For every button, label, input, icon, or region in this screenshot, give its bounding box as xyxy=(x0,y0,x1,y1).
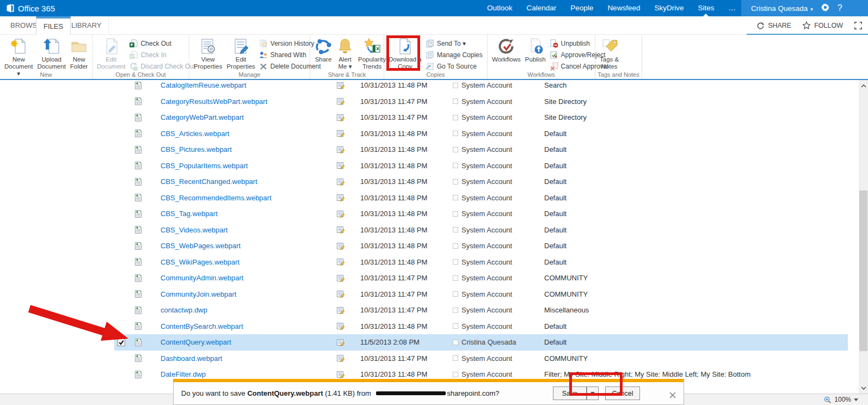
vertical-scrollbar[interactable] xyxy=(859,80,868,394)
file-name-link[interactable]: CategoryResultsWebPart.webpart xyxy=(161,97,267,106)
file-row[interactable]: CBS_WikiPages.webpart 10/31/2013 11:48 P… xyxy=(114,254,848,271)
modified-date: 10/31/2013 11:48 PM xyxy=(360,130,427,138)
file-row[interactable]: CBS_RecentChanged.webpart 10/31/2013 11:… xyxy=(114,174,848,190)
tags-notes-button[interactable]: Tags & Notes xyxy=(598,36,621,70)
ribbon: New Document ▾Upload DocumentNew FolderN… xyxy=(0,35,868,79)
file-name-link[interactable]: CommunityJoin.webpart xyxy=(161,290,236,298)
file-name-link[interactable]: ContentBySearch.webpart xyxy=(161,322,243,330)
modified-by: System Account xyxy=(453,210,512,218)
file-name-link[interactable]: CBS_Tag.webpart xyxy=(161,210,218,218)
suite-nav-newsfeed[interactable]: Newsfeed xyxy=(607,0,640,16)
dropdown-caret-icon: ▾ xyxy=(810,7,813,12)
modified-by: System Account xyxy=(453,322,512,330)
file-name-link[interactable]: CBS_RecommendedItems.webpart xyxy=(161,194,272,202)
file-row[interactable]: CategoryResultsWebPart.webpart 10/31/201… xyxy=(114,94,848,110)
follow-star-icon xyxy=(802,21,811,30)
button-label: New Folder xyxy=(70,56,88,70)
page-actions: SHARE FOLLOW xyxy=(756,16,863,35)
suite-nav-overflow[interactable]: … xyxy=(728,0,736,16)
suite-nav-sites[interactable]: Sites xyxy=(698,0,714,16)
manage-copies-button[interactable]: Manage Copies xyxy=(424,50,484,60)
file-name-link[interactable]: CBS_Pictures.webpart xyxy=(161,145,232,154)
checkbox-unchecked-icon xyxy=(453,147,458,152)
popularity-trends-button[interactable]: Popularity Trends xyxy=(356,36,388,70)
file-row[interactable]: ContentBySearch.webpart 10/31/2013 11:48… xyxy=(114,318,848,335)
file-name-link[interactable]: CatalogItemReuse.webpart xyxy=(161,81,247,89)
scrollbar-thumb[interactable] xyxy=(859,191,867,351)
ribbon-group-workflows: WorkflowsPublishUnpublishApprove/RejectC… xyxy=(488,35,595,79)
file-row[interactable]: CBS_Videos.webpart 10/31/2013 11:48 PM S… xyxy=(114,222,848,238)
file-row[interactable]: CBS_Tag.webpart 10/31/2013 11:48 PM Syst… xyxy=(114,206,848,222)
file-row[interactable]: ContentQuery.webpart 11/5/2013 2:08 PM C… xyxy=(114,334,848,351)
file-row[interactable]: contactwp.dwp 10/31/2013 11:47 PM System… xyxy=(114,302,848,318)
workflows-button[interactable]: Workflows xyxy=(490,36,523,63)
file-name-link[interactable]: contactwp.dwp xyxy=(161,306,207,314)
suite-nav-people[interactable]: People xyxy=(570,0,593,16)
save-options-caret[interactable] xyxy=(587,386,599,400)
send-to-button[interactable]: Send To ▾ xyxy=(424,39,484,48)
zoom-control[interactable]: 100% xyxy=(823,394,858,405)
modified-by: System Account xyxy=(453,226,512,234)
check-out-button[interactable]: Check Out xyxy=(127,39,197,48)
file-row[interactable]: CatalogItemReuse.webpart 10/31/2013 11:4… xyxy=(114,80,848,94)
file-row[interactable]: CategoryWebPart.webpart 10/31/2013 11:47… xyxy=(114,109,848,126)
modified-date: 10/31/2013 11:47 PM xyxy=(360,290,427,298)
file-row[interactable]: Dashboard.webpart 10/31/2013 11:47 PM Sy… xyxy=(114,351,848,367)
close-icon[interactable] xyxy=(669,391,676,397)
tab-library[interactable]: LIBRARY xyxy=(64,16,109,35)
workflows-icon xyxy=(497,38,515,55)
file-name-link[interactable]: CBS_Articles.webpart xyxy=(161,130,229,138)
file-name-link[interactable]: ContentQuery.webpart xyxy=(161,338,231,346)
save-button[interactable]: Save xyxy=(553,386,587,400)
file-name-link[interactable]: CBS_Videos.webpart xyxy=(161,226,227,234)
file-name-link[interactable]: CBS_PopularItems.webpart xyxy=(161,162,248,170)
file-row[interactable]: CBS_Articles.webpart 10/31/2013 11:48 PM… xyxy=(114,126,848,142)
file-name-link[interactable]: DateFilter.dwp xyxy=(161,370,206,378)
file-name-link[interactable]: CategoryWebPart.webpart xyxy=(161,113,244,121)
cancel-button[interactable]: Cancel xyxy=(605,386,640,400)
file-row[interactable]: CBS_WebPages.webpart 10/31/2013 11:48 PM… xyxy=(114,238,848,254)
discard-check-out-button[interactable]: Discard Check Out xyxy=(127,62,197,71)
upload-document-button[interactable]: Upload Document xyxy=(35,36,67,70)
follow-action[interactable]: FOLLOW xyxy=(802,21,843,30)
file-name-link[interactable]: CommunityAdmin.webpart xyxy=(161,274,243,282)
file-name-link[interactable]: CBS_RecentChanged.webpart xyxy=(161,177,257,186)
tab-accent-line xyxy=(747,34,868,35)
modified-by: System Account xyxy=(453,113,512,121)
scroll-down-icon[interactable] xyxy=(859,383,868,392)
file-name-link[interactable]: Dashboard.webpart xyxy=(161,354,222,363)
row-checkbox[interactable] xyxy=(118,339,126,346)
download-a-copy-button[interactable]: Download a Copy xyxy=(386,36,424,70)
share-action[interactable]: SHARE xyxy=(756,22,791,30)
file-row[interactable]: CBS_Pictures.webpart 10/31/2013 11:48 PM… xyxy=(114,142,848,158)
office365-brand[interactable]: Office 365 xyxy=(5,3,55,13)
suite-nav-skydrive[interactable]: SkyDrive xyxy=(654,0,684,16)
scroll-up-icon[interactable] xyxy=(859,81,868,90)
help-button[interactable]: ? xyxy=(838,3,842,13)
file-name-link[interactable]: CBS_WebPages.webpart xyxy=(161,242,241,250)
publish-button[interactable]: Publish xyxy=(523,36,548,63)
suite-nav-outlook[interactable]: Outlook xyxy=(487,0,513,16)
share-button[interactable]: Share xyxy=(312,36,334,63)
go-to-source-button[interactable]: Go To Source xyxy=(424,62,484,71)
check-in-button[interactable]: Check In xyxy=(127,50,197,60)
modified-date: 10/31/2013 11:47 PM xyxy=(360,274,427,282)
view-properties-button[interactable]: View Properties xyxy=(192,36,224,70)
edit-properties-button[interactable]: Edit Properties xyxy=(224,36,257,70)
gear-icon[interactable] xyxy=(821,3,830,14)
alert-me-button[interactable]: Alert Me ▾ xyxy=(334,36,356,70)
focus-mode-button[interactable] xyxy=(854,21,863,30)
file-name-link[interactable]: CBS_WikiPages.webpart xyxy=(161,258,239,266)
file-row[interactable]: CBS_RecommendedItems.webpart 10/31/2013 … xyxy=(114,190,848,206)
edit-document-button[interactable]: Edit Document xyxy=(95,36,127,70)
modified-by: Cristina Quesada xyxy=(453,338,516,346)
file-row[interactable]: CommunityAdmin.webpart 10/31/2013 11:47 … xyxy=(114,270,848,286)
user-menu[interactable]: Cristina Quesada▾ xyxy=(751,4,813,13)
checkbox-unchecked-icon xyxy=(453,372,458,377)
tags-notes-icon xyxy=(601,38,618,55)
suite-nav-calendar[interactable]: Calendar xyxy=(527,0,557,16)
new-folder-button[interactable]: New Folder xyxy=(68,36,90,70)
share-icon xyxy=(315,38,332,55)
file-row[interactable]: CommunityJoin.webpart 10/31/2013 11:47 P… xyxy=(114,286,848,303)
file-row[interactable]: CBS_PopularItems.webpart 10/31/2013 11:4… xyxy=(114,158,848,174)
